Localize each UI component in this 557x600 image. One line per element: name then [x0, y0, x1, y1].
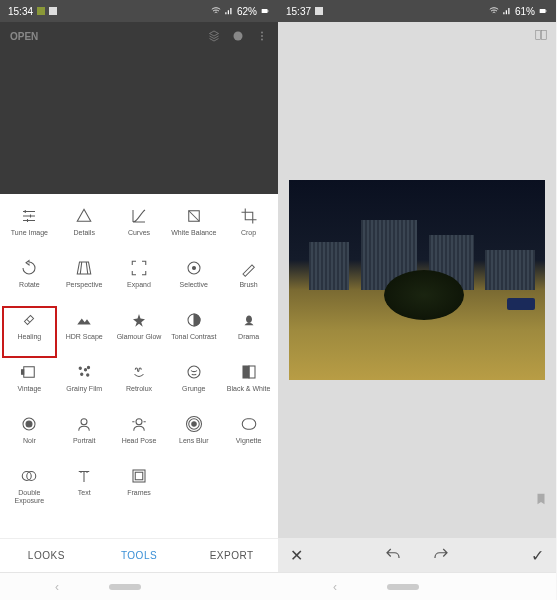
- tool-label: Brush: [239, 281, 257, 289]
- tab-looks[interactable]: LOOKS: [0, 539, 93, 572]
- svg-point-12: [79, 367, 81, 369]
- tool-glamour-glow[interactable]: Glamour Glow: [112, 306, 167, 358]
- photo-preview[interactable]: [289, 180, 545, 380]
- retrolux-icon: [129, 362, 149, 382]
- nav-home-icon[interactable]: [387, 584, 419, 590]
- tool-curves[interactable]: Curves: [112, 202, 167, 254]
- wifi-icon: [489, 6, 499, 16]
- status-time: 15:34: [8, 6, 33, 17]
- tool-hdr-scape[interactable]: HDR Scape: [57, 306, 112, 358]
- tool-lens-blur[interactable]: Lens Blur: [166, 410, 221, 462]
- svg-point-23: [136, 419, 142, 425]
- svg-rect-34: [536, 30, 541, 39]
- tool-vintage[interactable]: Vintage: [2, 358, 57, 410]
- nav-home-icon[interactable]: [109, 584, 141, 590]
- tool-expand[interactable]: Expand: [112, 254, 167, 306]
- tool-tune-image[interactable]: Tune Image: [2, 202, 57, 254]
- info-icon[interactable]: [232, 30, 244, 42]
- tool-label: Curves: [128, 229, 150, 237]
- tool-label: HDR Scape: [66, 333, 103, 341]
- noir-icon: [19, 414, 39, 434]
- tool-white-balance[interactable]: White Balance: [166, 202, 221, 254]
- svg-rect-1: [268, 10, 269, 12]
- bookmark-icon[interactable]: [534, 492, 548, 506]
- tool-label: Retrolux: [126, 385, 152, 393]
- tool-details[interactable]: Details: [57, 202, 112, 254]
- tool-text[interactable]: Text: [57, 462, 112, 514]
- tool-frames[interactable]: Frames: [112, 462, 167, 514]
- tool-grunge[interactable]: Grunge: [166, 358, 221, 410]
- head-pose-icon: [129, 414, 149, 434]
- undo-button[interactable]: [384, 546, 402, 564]
- tonal-contrast-icon: [184, 310, 204, 330]
- tab-export[interactable]: EXPORT: [185, 539, 278, 572]
- status-battery: 62%: [237, 6, 257, 17]
- svg-point-22: [81, 419, 87, 425]
- text-icon: [74, 466, 94, 486]
- svg-rect-33: [546, 10, 547, 12]
- tool-crop[interactable]: Crop: [221, 202, 276, 254]
- redo-button[interactable]: [432, 546, 450, 564]
- tool-label: Frames: [127, 489, 151, 497]
- android-nav-bar: ‹: [0, 572, 278, 600]
- tool-vignette[interactable]: Vignette: [221, 410, 276, 462]
- tool-head-pose[interactable]: Head Pose: [112, 410, 167, 462]
- double-exposure-icon: [19, 466, 39, 486]
- battery-icon: [538, 6, 548, 16]
- tool-retrolux[interactable]: Retrolux: [112, 358, 167, 410]
- close-button[interactable]: ✕: [290, 546, 303, 565]
- compare-icon[interactable]: [534, 28, 548, 42]
- black-white-icon: [239, 362, 259, 382]
- svg-rect-11: [22, 370, 24, 375]
- expand-icon: [129, 258, 149, 278]
- lens-blur-icon: [184, 414, 204, 434]
- confirm-button[interactable]: ✓: [531, 546, 544, 565]
- svg-point-4: [261, 35, 263, 37]
- nav-back-icon[interactable]: ‹: [333, 580, 337, 594]
- tool-drama[interactable]: Drama: [221, 306, 276, 358]
- nav-back-icon[interactable]: ‹: [55, 580, 59, 594]
- tool-label: Vintage: [18, 385, 42, 393]
- svg-point-16: [88, 366, 90, 368]
- svg-rect-27: [242, 419, 256, 430]
- svg-point-24: [192, 422, 197, 427]
- bottom-tabs: LOOKS TOOLS EXPORT: [0, 538, 278, 572]
- tool-grainy-film[interactable]: Grainy Film: [57, 358, 112, 410]
- tool-label: Head Pose: [122, 437, 157, 445]
- tool-rotate[interactable]: Rotate: [2, 254, 57, 306]
- grainy-film-icon: [74, 362, 94, 382]
- white-balance-icon: [184, 206, 204, 226]
- image-preview-area: [0, 50, 278, 194]
- crop-icon: [239, 206, 259, 226]
- tool-brush[interactable]: Brush: [221, 254, 276, 306]
- tool-label: Black & White: [227, 385, 271, 393]
- android-nav-bar: ‹: [278, 572, 556, 600]
- glamour-glow-icon: [129, 310, 149, 330]
- status-bar: 15:37 61%: [278, 0, 556, 22]
- tool-label: Drama: [238, 333, 259, 341]
- tool-black-white[interactable]: Black & White: [221, 358, 276, 410]
- tool-label: Portrait: [73, 437, 96, 445]
- svg-rect-19: [249, 366, 255, 378]
- hdr-scape-icon: [74, 310, 94, 330]
- tune-image-icon: [19, 206, 39, 226]
- tab-tools[interactable]: TOOLS: [93, 539, 186, 572]
- layers-icon[interactable]: [208, 30, 220, 42]
- tool-healing[interactable]: Healing: [2, 306, 57, 358]
- selective-icon: [184, 258, 204, 278]
- tool-noir[interactable]: Noir: [2, 410, 57, 462]
- svg-point-2: [234, 32, 243, 41]
- tool-tonal-contrast[interactable]: Tonal Contrast: [166, 306, 221, 358]
- portrait-icon: [74, 414, 94, 434]
- tool-portrait[interactable]: Portrait: [57, 410, 112, 462]
- right-phone-screen: 15:37 61% ✕ ✓ ‹: [278, 0, 556, 600]
- editor-canvas-area[interactable]: [278, 22, 556, 538]
- tool-label: Double Exposure: [5, 489, 53, 504]
- more-icon[interactable]: [256, 30, 268, 42]
- drama-icon: [239, 310, 259, 330]
- status-battery: 61%: [515, 6, 535, 17]
- tool-selective[interactable]: Selective: [166, 254, 221, 306]
- tool-perspective[interactable]: Perspective: [57, 254, 112, 306]
- open-button[interactable]: OPEN: [10, 31, 38, 42]
- tool-double-exposure[interactable]: Double Exposure: [2, 462, 57, 514]
